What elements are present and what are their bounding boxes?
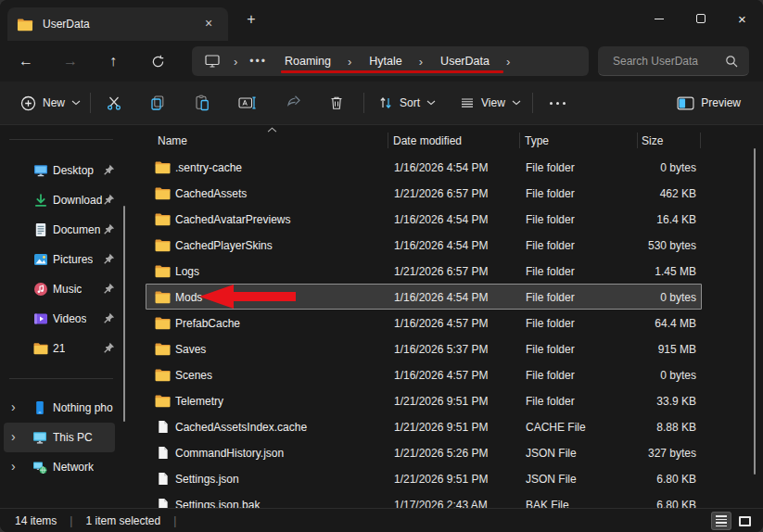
- folder-icon: [155, 316, 171, 330]
- file-row[interactable]: Saves 1/16/2026 5:37 PM File folder 915 …: [146, 336, 702, 361]
- sidebar-item[interactable]: Download: [4, 185, 115, 215]
- sidebar-item[interactable]: Pictures: [4, 245, 115, 274]
- file-type: BAK File: [526, 499, 569, 508]
- expand-chevron-icon[interactable]: ›: [11, 430, 16, 443]
- column-divider[interactable]: [388, 133, 388, 148]
- delete-button[interactable]: [320, 87, 353, 119]
- status-bar: 14 items | 1 item selected |: [0, 508, 763, 532]
- sidebar-item-label: 21: [53, 342, 65, 355]
- breadcrumb[interactable]: › ••• Roaming › Hytale › UserData ›: [192, 46, 589, 76]
- share-button[interactable]: [277, 87, 311, 119]
- sidebar-item-label: Desktop: [53, 164, 94, 177]
- expand-chevron-icon[interactable]: ›: [11, 460, 16, 473]
- breadcrumb-overflow-icon[interactable]: •••: [249, 55, 267, 68]
- file-date-modified: 1/16/2026 4:54 PM: [394, 291, 488, 304]
- file-row[interactable]: CachedAssets 1/21/2026 6:57 PM File fold…: [146, 180, 702, 206]
- pin-icon: [103, 312, 115, 324]
- file-row[interactable]: .sentry-cache 1/16/2026 4:54 PM File fol…: [146, 154, 702, 180]
- pin-icon: [103, 194, 115, 206]
- explorer-tab[interactable]: UserData ×: [7, 7, 228, 41]
- more-options-button[interactable]: [540, 87, 574, 119]
- sidebar-tree-list: › Nothing pho › This PC › Network: [0, 393, 139, 482]
- file-row[interactable]: CachedAssetsIndex.cache 1/21/2026 9:51 P…: [146, 413, 702, 439]
- new-button-label: New: [43, 96, 65, 109]
- minimize-button[interactable]: [638, 0, 680, 37]
- sidebar-item[interactable]: Documen: [4, 215, 115, 245]
- column-headers: Name Date modified Type Size: [139, 127, 751, 153]
- tab-title: UserData: [43, 18, 90, 31]
- forward-button[interactable]: →: [56, 46, 85, 76]
- file-explorer-window: UserData × + × ← → ↑ › ••• Roaming › Hyt…: [0, 0, 763, 532]
- search-icon: [725, 55, 738, 68]
- file-size: 16.4 KB: [656, 213, 696, 226]
- file-row[interactable]: Scenes 1/16/2026 4:57 PM File folder 0 b…: [146, 361, 702, 387]
- new-button[interactable]: New: [11, 87, 90, 119]
- sidebar-tree-item[interactable]: › Network: [4, 452, 115, 482]
- column-header-date-modified[interactable]: Date modified: [393, 134, 462, 147]
- file-row[interactable]: CommandHistory.json 1/21/2026 5:26 PM JS…: [146, 439, 702, 465]
- column-header-type[interactable]: Type: [525, 134, 549, 147]
- details-view-button[interactable]: [711, 512, 731, 530]
- file-icon: [155, 498, 171, 508]
- sidebar-item[interactable]: Videos: [4, 304, 115, 334]
- file-name: Telemetry: [175, 395, 223, 408]
- sidebar-scrollbar[interactable]: [123, 206, 125, 422]
- paste-button[interactable]: [185, 87, 219, 119]
- sort-button[interactable]: Sort: [369, 87, 445, 119]
- network-icon: [32, 460, 47, 475]
- sidebar-item[interactable]: Desktop: [4, 156, 115, 185]
- file-row[interactable]: CachedAvatarPreviews 1/16/2026 4:54 PM F…: [146, 206, 702, 232]
- sidebar-tree-item[interactable]: › Nothing pho: [4, 393, 115, 423]
- file-type: File folder: [526, 265, 575, 278]
- file-type: File folder: [526, 317, 575, 330]
- sidebar-item[interactable]: 21: [4, 334, 115, 363]
- file-row[interactable]: CachedPlayerSkins 1/16/2026 4:54 PM File…: [146, 232, 702, 258]
- file-name: Settings.json: [175, 473, 239, 486]
- toolbar-divider: [90, 93, 91, 113]
- file-row[interactable]: Telemetry 1/21/2026 9:51 PM File folder …: [146, 387, 702, 413]
- large-icons-view-icon: [739, 516, 751, 526]
- file-type: JSON File: [526, 473, 577, 486]
- file-name: CachedAssets: [175, 187, 247, 200]
- back-button[interactable]: ←: [11, 46, 41, 76]
- file-name: Saves: [175, 343, 206, 356]
- tab-close-icon[interactable]: ×: [200, 16, 217, 32]
- copy-icon: [149, 95, 166, 111]
- file-row[interactable]: Logs 1/21/2026 6:57 PM File folder 1.45 …: [146, 258, 702, 284]
- maximize-button[interactable]: [680, 0, 721, 37]
- sidebar-tree-item[interactable]: › This PC: [4, 423, 115, 452]
- breadcrumb-item[interactable]: Hytale: [369, 55, 401, 68]
- close-button[interactable]: ×: [721, 0, 763, 37]
- cut-button[interactable]: [97, 87, 131, 119]
- pictures-icon: [33, 252, 48, 267]
- file-row[interactable]: PrefabCache 1/16/2026 4:57 PM File folde…: [146, 310, 702, 336]
- expand-chevron-icon[interactable]: ›: [11, 400, 16, 413]
- column-divider[interactable]: [637, 133, 638, 148]
- new-tab-button[interactable]: +: [241, 10, 261, 31]
- file-size: 6.80 KB: [656, 473, 696, 486]
- search-placeholder: Search UserData: [613, 55, 698, 68]
- file-date-modified: 1/16/2026 4:57 PM: [394, 369, 488, 382]
- file-size: 327 bytes: [648, 447, 696, 460]
- preview-button[interactable]: Preview: [668, 87, 750, 119]
- view-button[interactable]: View: [451, 87, 530, 119]
- column-header-name[interactable]: Name: [158, 134, 187, 147]
- file-row[interactable]: Settings.json 1/21/2026 9:51 PM JSON Fil…: [146, 465, 702, 491]
- column-divider[interactable]: [519, 133, 520, 148]
- chevron-right-icon[interactable]: ›: [506, 56, 510, 68]
- copy-button[interactable]: [141, 87, 174, 119]
- search-input[interactable]: Search UserData: [598, 46, 749, 76]
- breadcrumb-item[interactable]: UserData: [440, 55, 490, 68]
- column-divider[interactable]: [700, 133, 701, 148]
- breadcrumb-item[interactable]: Roaming: [285, 55, 331, 68]
- large-icons-view-button[interactable]: [734, 512, 755, 530]
- column-header-size[interactable]: Size: [642, 134, 663, 147]
- file-row[interactable]: Settings.json.bak 1/17/2026 2:43 AM BAK …: [146, 491, 702, 508]
- file-list-scrollbar[interactable]: [754, 148, 756, 475]
- up-button[interactable]: ↑: [98, 46, 128, 76]
- chevron-down-icon: [426, 100, 436, 106]
- refresh-button[interactable]: [143, 46, 172, 76]
- sidebar-item[interactable]: Music: [4, 274, 115, 304]
- rename-button[interactable]: [231, 87, 264, 119]
- folder-icon: [155, 186, 171, 200]
